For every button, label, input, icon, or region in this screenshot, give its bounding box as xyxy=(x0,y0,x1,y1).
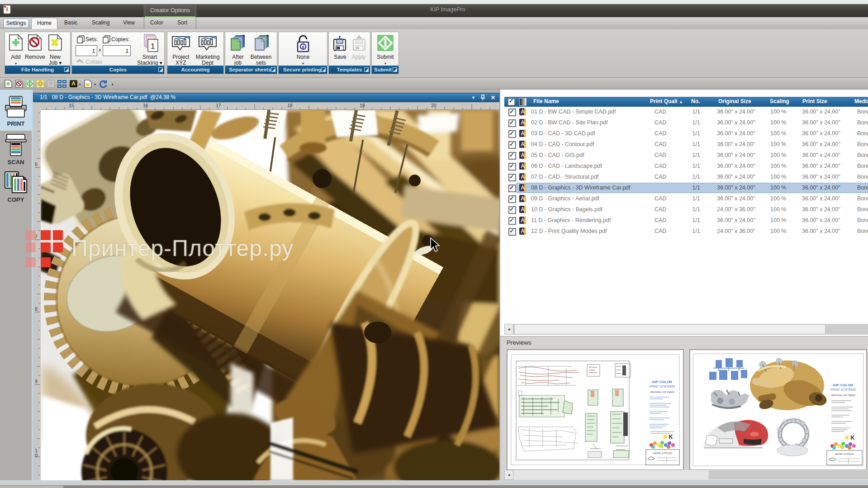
svg-text:8: 8 xyxy=(35,306,38,312)
svg-text:16: 16 xyxy=(143,103,148,108)
svg-text:1: 1 xyxy=(151,42,155,51)
svg-text:PRINT SYSTEMS: PRINT SYSTEMS xyxy=(830,388,856,391)
svg-text:9: 9 xyxy=(35,379,38,384)
svg-text:15: 15 xyxy=(69,103,74,108)
svg-text:WORK STATION: WORK STATION xyxy=(653,452,672,455)
svg-text:ORIGINAL KIP DEMO: ORIGINAL KIP DEMO xyxy=(831,394,856,397)
svg-text:17: 17 xyxy=(216,103,221,108)
svg-text:PRINT SYSTEMS: PRINT SYSTEMS xyxy=(650,385,675,388)
svg-text:6: 6 xyxy=(35,161,38,167)
svg-text:ORIGINAL KIP DEMO: ORIGINAL KIP DEMO xyxy=(650,391,675,393)
svg-text:20: 20 xyxy=(431,103,436,108)
svg-text:0: 0 xyxy=(35,453,38,458)
svg-text:KIP COLOR: KIP COLOR xyxy=(652,380,673,384)
svg-text:18: 18 xyxy=(287,103,293,108)
svg-text:⚡K: ⚡K xyxy=(661,433,673,441)
svg-text:19: 19 xyxy=(360,103,365,108)
svg-text:⚡K: ⚡K xyxy=(843,434,855,441)
svg-text:KIP COLOR: KIP COLOR xyxy=(833,383,854,387)
svg-text:WORK STATION: WORK STATION xyxy=(835,453,854,455)
